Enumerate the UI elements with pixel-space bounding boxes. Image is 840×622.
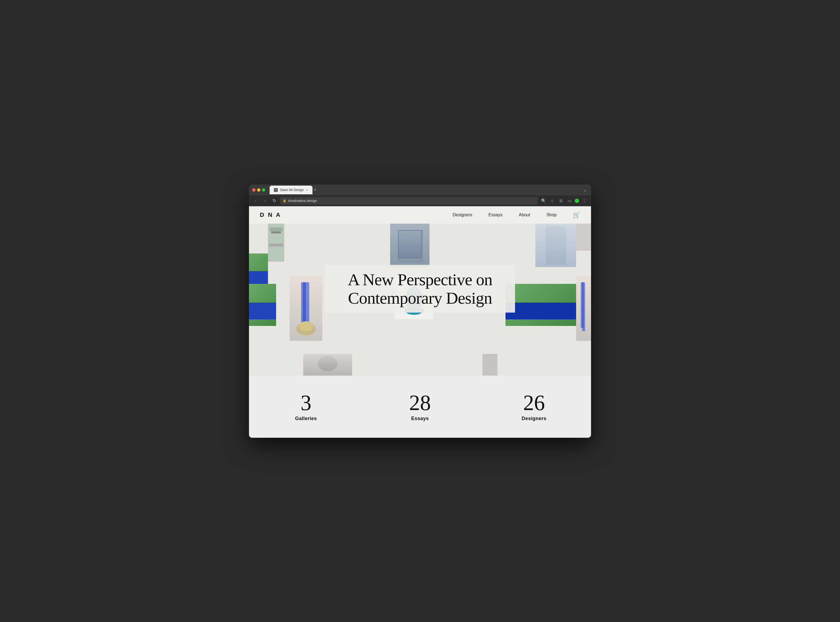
stat-designers: 26 Designers bbox=[477, 392, 591, 421]
image-far-right-top bbox=[576, 224, 591, 251]
image-blue-bench-right bbox=[506, 284, 576, 326]
bookmark-icon[interactable]: ☆ bbox=[549, 197, 556, 204]
tab-favicon: D bbox=[274, 188, 278, 192]
hero-section: A New Perspective on Contemporary Design bbox=[249, 224, 591, 354]
browser-toolbar: ‹ › ↻ 🔒 dnadnadna.design 🔍 ☆ ⧉ ▭ ⋮ bbox=[249, 195, 591, 206]
site-nav: D N A Designers Essays About Shop 🛒 bbox=[249, 206, 591, 224]
stat-essays-number: 28 bbox=[374, 392, 466, 413]
stat-essays-label: Essays bbox=[374, 416, 466, 421]
reload-button[interactable]: ↻ bbox=[271, 197, 278, 204]
security-icon: 🔒 bbox=[283, 199, 286, 203]
nav-link-about[interactable]: About bbox=[519, 212, 530, 217]
image-concrete-chair bbox=[390, 224, 429, 267]
browser-window: D Salon 94 Design × + ⌄ ‹ › ↻ 🔒 dnadnadn… bbox=[249, 184, 591, 438]
close-button[interactable] bbox=[252, 188, 255, 192]
split-view-icon[interactable]: ▭ bbox=[566, 197, 573, 204]
image-robot-figure bbox=[535, 224, 576, 267]
nav-links: Designers Essays About Shop bbox=[452, 212, 557, 217]
image-neon-bottle bbox=[290, 276, 322, 341]
forward-button[interactable]: › bbox=[261, 197, 269, 204]
new-tab-button[interactable]: + bbox=[313, 187, 316, 193]
nav-link-essays[interactable]: Essays bbox=[489, 212, 502, 217]
stat-galleries: 3 Galleries bbox=[249, 392, 363, 421]
toolbar-right: 🔍 ☆ ⧉ ▭ ⋮ bbox=[540, 197, 588, 204]
stat-designers-label: Designers bbox=[488, 416, 580, 421]
url-text: dnadnadna.design bbox=[288, 199, 317, 203]
browser-titlebar: D Salon 94 Design × + ⌄ bbox=[249, 184, 591, 195]
tab-bar: D Salon 94 Design × + bbox=[270, 186, 580, 194]
maximize-button[interactable] bbox=[262, 188, 265, 192]
hero-text-overlay: A New Perspective on Contemporary Design bbox=[325, 265, 515, 313]
extensions-icon[interactable]: ⧉ bbox=[557, 197, 564, 204]
stat-galleries-number: 3 bbox=[260, 392, 352, 413]
website-content: D N A Designers Essays About Shop 🛒 bbox=[249, 206, 591, 438]
stat-designers-number: 26 bbox=[488, 392, 580, 413]
site-logo[interactable]: D N A bbox=[260, 211, 281, 218]
hero-title: A New Perspective on Contemporary Design bbox=[333, 270, 507, 307]
partial-image-right bbox=[483, 354, 497, 376]
browser-tab[interactable]: D Salon 94 Design × bbox=[270, 186, 313, 194]
image-blue-bench-left bbox=[249, 284, 276, 326]
partial-image-dome bbox=[303, 354, 352, 376]
partial-images-strip bbox=[249, 354, 591, 376]
nav-link-designers[interactable]: Designers bbox=[452, 212, 472, 217]
stat-galleries-label: Galleries bbox=[260, 416, 352, 421]
stats-section: 3 Galleries 28 Essays 26 Designers bbox=[249, 376, 591, 438]
search-icon[interactable]: 🔍 bbox=[540, 197, 547, 204]
minimize-button[interactable] bbox=[257, 188, 260, 192]
tab-close-button[interactable]: × bbox=[306, 188, 308, 192]
address-bar[interactable]: 🔒 dnadnadna.design bbox=[280, 197, 538, 204]
browser-controls-right: ⌄ bbox=[582, 186, 588, 194]
back-button[interactable]: ‹ bbox=[252, 197, 259, 204]
image-neon-bottle-right bbox=[576, 276, 591, 341]
tab-title: Salon 94 Design bbox=[280, 188, 304, 192]
nav-link-shop[interactable]: Shop bbox=[547, 212, 557, 217]
profile-indicator[interactable] bbox=[575, 199, 579, 203]
cart-icon[interactable]: 🛒 bbox=[573, 211, 580, 218]
more-options-icon[interactable]: ⋮ bbox=[581, 197, 588, 204]
image-top-shelf bbox=[268, 224, 284, 262]
browser-menu-icon[interactable]: ⌄ bbox=[582, 186, 588, 194]
traffic-lights bbox=[252, 188, 265, 192]
stat-essays: 28 Essays bbox=[363, 392, 477, 421]
